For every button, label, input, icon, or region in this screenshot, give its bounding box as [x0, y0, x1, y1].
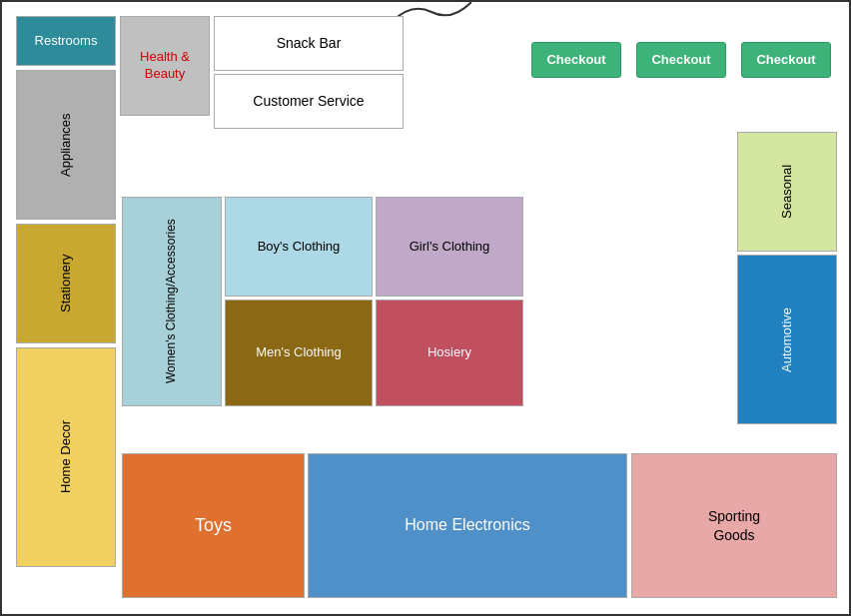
zone-stationery: Stationery [16, 224, 116, 343]
zone-toys: Toys [122, 453, 305, 598]
zone-automotive: Automotive [737, 255, 837, 424]
zone-health-beauty: Health & Beauty [120, 16, 210, 116]
checkout-1[interactable]: Checkout [531, 42, 621, 78]
store-map: Restrooms Health & Beauty Snack Bar Cust… [0, 0, 851, 616]
entrance-arch [392, 2, 471, 22]
checkout-3[interactable]: Checkout [741, 42, 831, 78]
zone-mens-clothing: Men's Clothing [225, 300, 373, 406]
zone-appliances: Appliances [16, 70, 116, 220]
zone-restrooms: Restrooms [16, 16, 116, 66]
zone-home-electronics: Home Electronics [308, 453, 627, 598]
zone-womens-clothing: Women's Clothing/Accessories [122, 197, 222, 406]
zone-sporting-goods: Sporting Goods [631, 453, 837, 598]
zone-seasonal: Seasonal [737, 132, 837, 252]
zone-hosiery: Hosiery [376, 300, 523, 406]
zone-snack-bar: Snack Bar [214, 16, 404, 71]
zone-customer-service: Customer Service [214, 74, 404, 129]
zone-home-decor: Home Decor [16, 347, 116, 567]
zone-girls-clothing: Girl's Clothing [376, 197, 523, 297]
zone-boys-clothing: Boy's Clothing [225, 197, 373, 297]
checkout-2[interactable]: Checkout [636, 42, 726, 78]
